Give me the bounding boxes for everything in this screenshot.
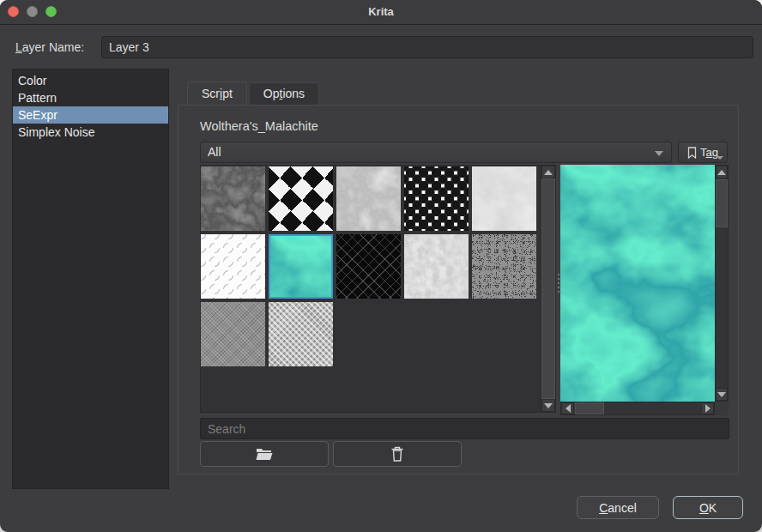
preview-horizontal-scrollbar[interactable]	[560, 402, 715, 415]
scroll-down-button[interactable]	[541, 399, 555, 412]
krita-dialog-window: Krita Layer Name: ColorPatternSeExprSimp…	[0, 0, 762, 532]
scrollbar-thumb[interactable]	[575, 402, 604, 414]
scroll-right-button[interactable]	[701, 402, 714, 414]
scrollbar-thumb[interactable]	[541, 178, 555, 399]
tag-filter-combobox[interactable]: All	[200, 142, 672, 163]
window-title: Krita	[0, 0, 762, 24]
pattern-thumb-concrete[interactable]	[404, 234, 469, 299]
generator-list: ColorPatternSeExprSimplex Noise	[12, 69, 169, 489]
title-bar[interactable]: Krita	[0, 0, 762, 25]
scroll-down-button[interactable]	[716, 388, 728, 401]
pattern-thumb-dark-maze[interactable]	[336, 234, 401, 299]
search-input[interactable]	[200, 418, 729, 439]
triangle-up-icon	[544, 170, 553, 175]
pattern-grid-scrollbar[interactable]	[541, 166, 555, 412]
pattern-item-view	[200, 165, 556, 413]
pattern-thumb-gray-canvas[interactable]	[201, 302, 265, 366]
scrollbar-thumb[interactable]	[716, 179, 728, 227]
chevron-down-icon	[717, 156, 723, 160]
triangle-up-icon	[717, 170, 726, 175]
cancel-button[interactable]: Cancel	[577, 496, 659, 519]
pattern-thumb-malachite[interactable]	[269, 234, 333, 299]
ok-button[interactable]: OK	[673, 496, 743, 519]
triangle-down-icon	[544, 403, 553, 408]
pattern-thumb-diagonal-weave[interactable]	[269, 302, 333, 366]
scroll-up-button[interactable]	[716, 166, 728, 178]
pattern-thumb-truchet-curves[interactable]	[201, 234, 265, 299]
delete-resource-button[interactable]	[333, 441, 462, 467]
pattern-thumb-bw-triangles[interactable]	[269, 166, 333, 231]
generator-item-simplex-noise[interactable]: Simplex Noise	[13, 124, 168, 141]
tab-bar: Script Options	[187, 82, 321, 105]
import-resource-button[interactable]	[200, 441, 329, 467]
tag-button[interactable]: Tag	[678, 142, 728, 163]
preview-vertical-scrollbar[interactable]	[715, 165, 729, 402]
tag-filter-value: All	[208, 145, 221, 159]
pattern-grid	[201, 166, 541, 366]
triangle-left-icon	[565, 404, 571, 413]
triangle-right-icon	[705, 404, 711, 413]
malachite-preview-image	[560, 165, 715, 402]
generator-item-seexpr[interactable]: SeExpr	[13, 106, 168, 124]
tab-script[interactable]: Script	[187, 82, 247, 105]
selected-pattern-name: Wolthera's_Malachite	[200, 119, 318, 133]
triangle-down-icon	[717, 392, 726, 397]
scrollbar-corner	[715, 402, 729, 415]
trash-icon	[390, 445, 405, 462]
generator-item-color[interactable]: Color	[13, 72, 168, 89]
pattern-thumb-halftone-dots[interactable]	[404, 166, 469, 231]
generator-item-pattern[interactable]: Pattern	[13, 89, 168, 106]
pattern-preview	[560, 165, 715, 402]
folder-icon	[255, 446, 274, 462]
pattern-thumb-gray-marble[interactable]	[336, 166, 401, 231]
bookmark-icon	[687, 147, 697, 159]
pattern-thumb-smoke[interactable]	[472, 166, 536, 231]
scroll-left-button[interactable]	[561, 402, 574, 414]
layer-name-label: Layer Name:	[15, 40, 84, 54]
tag-button-label: Tag	[700, 146, 718, 159]
chevron-down-icon	[655, 151, 663, 156]
pattern-thumb-dark-rock[interactable]	[201, 166, 265, 231]
tab-options[interactable]: Options	[249, 82, 319, 105]
pattern-thumb-speckle[interactable]	[472, 234, 536, 299]
layer-name-input[interactable]	[101, 36, 753, 58]
scroll-up-button[interactable]	[541, 166, 555, 178]
